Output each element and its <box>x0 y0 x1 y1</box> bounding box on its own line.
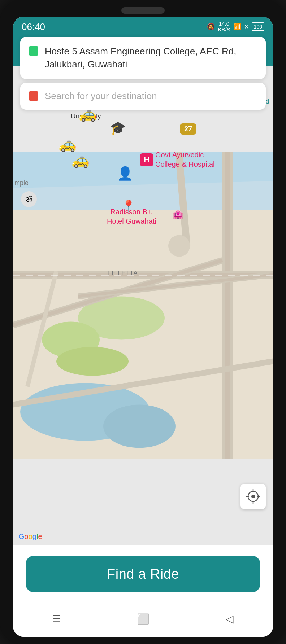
status-icons: 🔕 14.0KB/S 📶 ✕ 100 <box>207 21 264 33</box>
origin-icon <box>29 46 38 56</box>
find-ride-button[interactable]: Find a Ride <box>26 556 260 592</box>
car-icon-4: 🚕 <box>72 152 90 168</box>
svg-point-22 <box>251 495 255 498</box>
svg-point-7 <box>103 405 176 448</box>
svg-rect-9 <box>225 152 230 459</box>
screen: 06:40 🔕 14.0KB/S 📶 ✕ 100 <box>13 17 273 637</box>
origin-text: Hoste 5 Assam Engineering College, AEC R… <box>45 45 257 71</box>
network-speed: 14.0KB/S <box>218 21 230 33</box>
destination-icon <box>29 91 38 101</box>
status-time: 06:40 <box>22 21 45 32</box>
svg-point-19 <box>168 235 190 257</box>
svg-point-5 <box>56 347 129 376</box>
wifi-icon: 📶 <box>233 23 241 31</box>
nav-home-icon: ⬜ <box>137 613 150 625</box>
bottom-nav: ☰ ⬜ ◁ <box>13 601 273 637</box>
nav-back-icon: ◁ <box>226 613 234 625</box>
battery-level: 100 <box>254 24 262 30</box>
tetelia-label: TETELIA <box>107 270 138 277</box>
hotel-label: Radisson BluHotel Guwahati <box>107 207 156 226</box>
nav-home-button[interactable]: ⬜ <box>129 608 157 630</box>
status-bar: 06:40 🔕 14.0KB/S 📶 ✕ 100 <box>13 17 273 37</box>
map-svg <box>13 66 273 545</box>
app-content: Hoste 5 Assam Engineering College, AEC R… <box>13 37 273 637</box>
map-area: GauhatiUniversity Atal Ud mple TETELIA 🎓… <box>13 66 273 545</box>
nav-back-button[interactable]: ◁ <box>215 608 244 630</box>
bottom-section: Find a Ride <box>13 545 273 601</box>
person-marker-1: 👤 <box>117 166 133 181</box>
mple-label: mple <box>14 179 29 187</box>
google-watermark: Google <box>19 533 42 541</box>
graduation-marker: 🎓 <box>110 121 126 136</box>
destination-card[interactable]: Search for your destination <box>20 83 266 110</box>
battery-indicator: 100 <box>252 22 264 31</box>
hospital-marker: H <box>140 153 153 166</box>
location-icon-svg <box>246 489 260 504</box>
phone-frame: 06:40 🔕 14.0KB/S 📶 ✕ 100 <box>0 0 286 644</box>
hospital-label: Govt AyurvedicCollege & Hospital <box>155 150 215 169</box>
origin-card: Hoste 5 Assam Engineering College, AEC R… <box>20 37 266 79</box>
location-button[interactable] <box>240 484 266 509</box>
speaker <box>121 7 165 14</box>
nav-menu-button[interactable]: ☰ <box>42 608 71 630</box>
car-icon-3: 🚕 <box>58 136 77 153</box>
om-marker: ॐ <box>21 191 37 207</box>
hotel-marker: 🏩 <box>173 209 183 219</box>
nav-menu-icon: ☰ <box>52 613 61 625</box>
sim-icon: ✕ <box>244 23 249 30</box>
search-overlay: Hoste 5 Assam Engineering College, AEC R… <box>20 37 266 110</box>
route-badge-27: 27 <box>180 123 196 135</box>
destination-placeholder: Search for your destination <box>45 91 157 102</box>
mute-icon: 🔕 <box>207 23 215 31</box>
